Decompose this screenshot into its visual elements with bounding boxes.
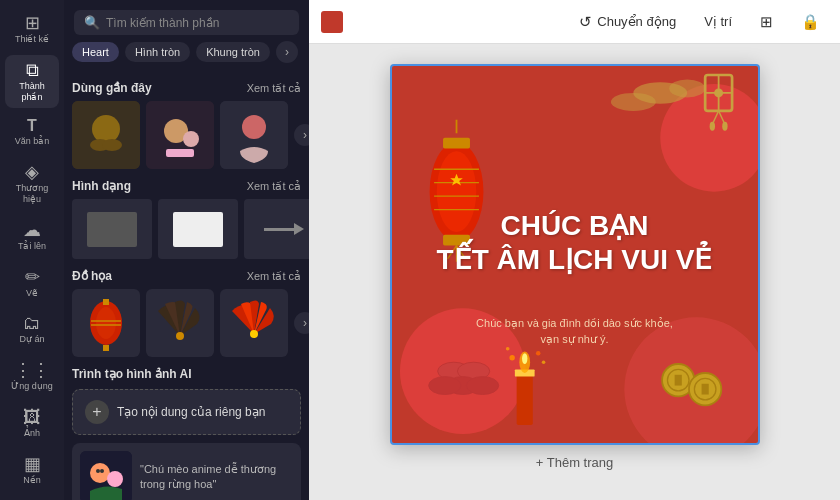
svg-rect-56 <box>514 369 534 376</box>
svg-point-9 <box>242 115 266 139</box>
svg-point-52 <box>446 377 478 395</box>
motion-button[interactable]: ↺ Chuyển động <box>571 9 684 35</box>
sidebar-label-tai-len: Tải lên <box>18 241 46 252</box>
sidebar-label-anh: Ảnh <box>24 428 40 439</box>
svg-point-58 <box>522 353 527 364</box>
graphic-item-lantern[interactable] <box>72 289 140 357</box>
color-picker[interactable] <box>321 11 343 33</box>
shape-item-rectangle-light[interactable] <box>158 199 238 259</box>
tag-khung-tron[interactable]: Khung tròn <box>196 42 270 62</box>
motion-label: Chuyển động <box>597 14 676 29</box>
align-button[interactable]: ⊞ <box>752 9 781 35</box>
search-input[interactable] <box>106 16 289 30</box>
add-page-label[interactable]: + Thêm trang <box>536 455 613 470</box>
shape-arrowhead <box>294 223 304 235</box>
svg-point-19 <box>90 463 110 483</box>
sidebar-item-du-an[interactable]: 🗂 Dự án <box>5 308 59 351</box>
thuong-hieu-icon: ◈ <box>25 163 39 181</box>
tag-heart[interactable]: Heart <box>72 42 119 62</box>
ai-create-label: Tạo nội dung của riêng bạn <box>117 405 265 419</box>
sidebar-item-nen[interactable]: ▦ Nền <box>5 449 59 492</box>
graphics-section-header: Đồ họa Xem tất cả <box>72 269 301 283</box>
sidebar-item-thanh-phan[interactable]: ⧉ Thành phần <box>5 55 59 109</box>
svg-point-57 <box>519 351 530 373</box>
ve-icon: ✏ <box>25 268 40 286</box>
sidebar-label-thuong-hieu: Thương hiệu <box>9 183 55 205</box>
tag-hinh-tron[interactable]: Hình tròn <box>125 42 190 62</box>
recent-item-1[interactable] <box>72 101 140 169</box>
sidebar-item-ve[interactable]: ✏ Vẽ <box>5 262 59 305</box>
tag-next-button[interactable]: › <box>276 41 298 63</box>
sidebar-item-tai-len[interactable]: ☁ Tải lên <box>5 215 59 258</box>
tai-len-icon: ☁ <box>23 221 41 239</box>
thiet-ke-icon: ⊞ <box>25 14 40 32</box>
ai-section-title: Trình tạo hình ảnh AI <box>72 367 301 381</box>
sidebar-item-thiet-ke[interactable]: ⊞ Thiết kế <box>5 8 59 51</box>
svg-rect-68 <box>701 384 708 395</box>
shape-rect-dark <box>87 212 137 247</box>
svg-point-23 <box>660 84 758 192</box>
svg-point-54 <box>428 377 460 395</box>
sidebar-label-ung-dung: Ứng dụng <box>11 381 53 392</box>
recently-used-section-header: Dùng gần đây Xem tất cả <box>72 81 301 95</box>
shape-line <box>264 228 294 231</box>
svg-point-13 <box>96 307 116 339</box>
ai-card-text-1: "Chú mèo anime dễ thương trong rừng hoa" <box>140 462 293 493</box>
lock-button[interactable]: 🔒 <box>793 9 828 35</box>
search-icon: 🔍 <box>84 15 100 30</box>
plus-icon: + <box>85 400 109 424</box>
svg-point-59 <box>509 355 514 360</box>
recent-item-3[interactable] <box>220 101 288 169</box>
svg-point-26 <box>633 82 687 104</box>
svg-point-53 <box>466 377 498 395</box>
svg-rect-11 <box>103 299 109 305</box>
recent-item-2[interactable] <box>146 101 214 169</box>
shape-item-rectangle-dark[interactable] <box>72 199 152 259</box>
svg-point-61 <box>535 351 539 355</box>
sidebar-label-nen: Nền <box>23 475 41 486</box>
graphics-view-all[interactable]: Xem tất cả <box>247 270 301 283</box>
add-page-row[interactable]: + Thêm trang <box>526 445 623 480</box>
recently-used-title: Dùng gần đây <box>72 81 152 95</box>
shape-arrow <box>264 223 304 235</box>
ai-create-button[interactable]: + Tạo nội dung của riêng bạn <box>72 389 301 435</box>
ai-card-thumb-1 <box>80 451 132 500</box>
shapes-view-all[interactable]: Xem tất cả <box>247 180 301 193</box>
lock-icon: 🔒 <box>801 13 820 31</box>
ai-card-1[interactable]: "Chú mèo anime dễ thương trong rừng hoa" <box>72 443 301 500</box>
svg-point-35 <box>709 122 714 131</box>
search-input-wrap[interactable]: 🔍 <box>74 10 299 35</box>
svg-point-36 <box>722 122 727 131</box>
graphics-next[interactable]: › <box>294 312 309 334</box>
top-toolbar: ↺ Chuyển động Vị trí ⊞ 🔒 <box>309 0 840 44</box>
sidebar-item-ung-dung[interactable]: ⋮⋮ Ứng dụng <box>5 355 59 398</box>
svg-point-21 <box>96 469 100 473</box>
svg-rect-29 <box>705 75 732 111</box>
recently-used-view-all[interactable]: Xem tất cả <box>247 82 301 95</box>
graphics-title: Đồ họa <box>72 269 112 283</box>
position-button[interactable]: Vị trí <box>696 10 740 33</box>
svg-point-3 <box>102 139 122 151</box>
sidebar-label-van-ban: Văn bản <box>15 136 50 147</box>
svg-rect-65 <box>674 375 681 386</box>
elements-panel: 🔍 Heart Hình tròn Khung tròn › Dùng gần … <box>64 0 309 500</box>
slide-canvas[interactable]: CHÚC BẠNTẾT ÂM LỊCH VUI VẺ Chúc bạn và g… <box>390 64 760 445</box>
sidebar-item-thuong-hieu[interactable]: ◈ Thương hiệu <box>5 157 59 211</box>
graphic-item-fan1[interactable] <box>146 289 214 357</box>
shapes-title: Hình dạng <box>72 179 131 193</box>
recently-used-next[interactable]: › <box>294 124 309 146</box>
sidebar-label-du-an: Dự án <box>19 334 44 345</box>
svg-point-64 <box>667 369 689 391</box>
motion-icon: ↺ <box>579 13 592 31</box>
graphic-item-fan2[interactable] <box>220 289 288 357</box>
svg-line-34 <box>718 111 724 124</box>
sidebar-item-anh[interactable]: 🖼 Ảnh <box>5 402 59 445</box>
left-sidebar: ⊞ Thiết kế ⧉ Thành phần T Văn bản ◈ Thươ… <box>0 0 64 500</box>
shape-item-arrow[interactable] <box>244 199 309 259</box>
align-icon: ⊞ <box>760 13 773 31</box>
shape-rect-white <box>173 212 223 247</box>
shapes-section-header: Hình dạng Xem tất cả <box>72 179 301 193</box>
svg-point-22 <box>100 469 104 473</box>
svg-rect-40 <box>443 138 470 149</box>
sidebar-item-van-ban[interactable]: T Văn bản <box>5 112 59 153</box>
